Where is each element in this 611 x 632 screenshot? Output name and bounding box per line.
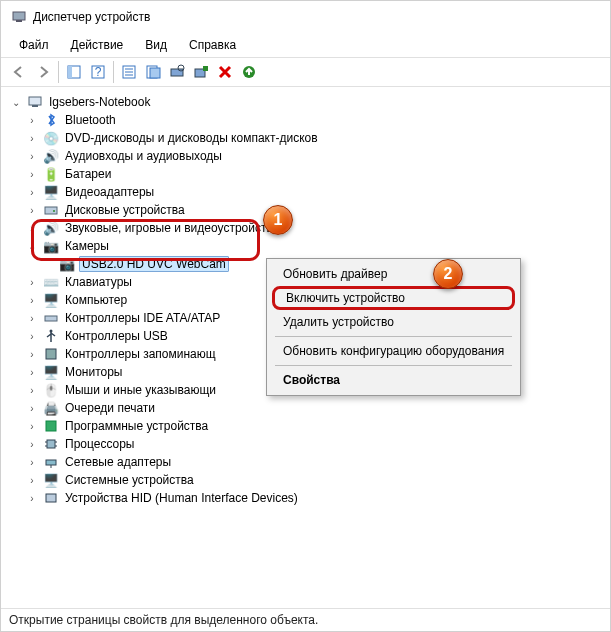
- expand-icon[interactable]: ›: [25, 439, 39, 450]
- forward-button[interactable]: [31, 60, 55, 84]
- context-separator: [275, 336, 512, 337]
- toolbar: ?: [1, 57, 610, 87]
- add-legacy-button[interactable]: [189, 60, 213, 84]
- menu-view[interactable]: Вид: [135, 35, 177, 55]
- svg-rect-19: [45, 207, 57, 214]
- svg-rect-32: [46, 494, 56, 502]
- svg-point-22: [50, 330, 53, 333]
- collapse-icon[interactable]: ⌄: [25, 241, 39, 252]
- expand-icon[interactable]: ›: [25, 205, 39, 216]
- expand-icon[interactable]: ›: [25, 187, 39, 198]
- device-manager-window: Диспетчер устройств Файл Действие Вид Сп…: [0, 0, 611, 632]
- svg-point-20: [53, 210, 55, 212]
- toolbar-separator: [58, 61, 59, 83]
- scan-hardware-button[interactable]: [165, 60, 189, 84]
- svg-rect-30: [46, 460, 56, 465]
- collapse-icon[interactable]: ⌄: [9, 97, 23, 108]
- expand-icon[interactable]: ›: [25, 223, 39, 234]
- tree-node-video[interactable]: ›🖥️Видеоадаптеры: [23, 183, 606, 201]
- back-button[interactable]: [7, 60, 31, 84]
- svg-rect-15: [203, 66, 208, 71]
- titlebar: Диспетчер устройств: [1, 1, 610, 33]
- expand-icon[interactable]: ›: [25, 493, 39, 504]
- window-title: Диспетчер устройств: [33, 10, 150, 24]
- computer-icon: [27, 94, 43, 110]
- options-button[interactable]: [141, 60, 165, 84]
- expand-icon[interactable]: ›: [25, 331, 39, 342]
- tree-node-sound[interactable]: ›🔊Звуковые, игровые и видеоустройства: [23, 219, 606, 237]
- keyboard-icon: ⌨️: [43, 274, 59, 290]
- svg-rect-21: [45, 316, 57, 321]
- expand-icon[interactable]: ›: [25, 403, 39, 414]
- expand-icon[interactable]: ›: [25, 367, 39, 378]
- battery-icon: 🔋: [43, 166, 59, 182]
- expand-icon[interactable]: ›: [25, 169, 39, 180]
- cpu-icon: [43, 436, 59, 452]
- menu-file[interactable]: Файл: [9, 35, 59, 55]
- context-update-driver[interactable]: Обновить драйвер: [269, 263, 518, 285]
- computer-node-icon: 🖥️: [43, 292, 59, 308]
- svg-rect-12: [171, 69, 183, 76]
- context-menu: Обновить драйвер Включить устройство Уда…: [266, 258, 521, 396]
- menu-action[interactable]: Действие: [61, 35, 134, 55]
- tree-node-bluetooth[interactable]: ›Bluetooth: [23, 111, 606, 129]
- bluetooth-icon: [43, 112, 59, 128]
- tree-node-batteries[interactable]: ›🔋Батареи: [23, 165, 606, 183]
- tree-node-network[interactable]: ›Сетевые адаптеры: [23, 453, 606, 471]
- device-tree[interactable]: ⌄ Igsebers-Notebook ›Bluetooth ›💿DVD-дис…: [1, 87, 610, 608]
- tree-node-hid[interactable]: ›Устройства HID (Human Interface Devices…: [23, 489, 606, 507]
- tree-node-cameras[interactable]: ⌄📷Камеры: [23, 237, 606, 255]
- expand-icon[interactable]: ›: [25, 133, 39, 144]
- expand-icon[interactable]: ›: [25, 457, 39, 468]
- show-console-tree-button[interactable]: [62, 60, 86, 84]
- tree-node-print[interactable]: ›🖨️Очереди печати: [23, 399, 606, 417]
- tree-node-cpu[interactable]: ›Процессоры: [23, 435, 606, 453]
- svg-rect-11: [150, 68, 160, 78]
- svg-rect-0: [13, 12, 25, 20]
- enable-device-button[interactable]: [237, 60, 261, 84]
- mouse-icon: 🖱️: [43, 382, 59, 398]
- camera-icon: 📷: [43, 238, 59, 254]
- expand-icon[interactable]: ›: [25, 313, 39, 324]
- app-icon: [11, 9, 27, 25]
- menu-help[interactable]: Справка: [179, 35, 246, 55]
- svg-rect-25: [47, 440, 55, 448]
- expand-icon[interactable]: ›: [25, 115, 39, 126]
- drive-icon: [43, 202, 59, 218]
- printer-icon: 🖨️: [43, 400, 59, 416]
- audio-icon: 🔊: [43, 148, 59, 164]
- tree-node-disk[interactable]: ›Дисковые устройства: [23, 201, 606, 219]
- expand-icon[interactable]: ›: [25, 475, 39, 486]
- expand-icon[interactable]: ›: [25, 151, 39, 162]
- menubar: Файл Действие Вид Справка: [1, 33, 610, 57]
- disc-icon: 💿: [43, 130, 59, 146]
- expand-icon[interactable]: ›: [25, 295, 39, 306]
- help-button[interactable]: ?: [86, 60, 110, 84]
- sound-icon: 🔊: [43, 220, 59, 236]
- tree-node-software[interactable]: ›Программные устройства: [23, 417, 606, 435]
- tree-node-audio[interactable]: ›🔊Аудиовходы и аудиовыходы: [23, 147, 606, 165]
- display-icon: 🖥️: [43, 184, 59, 200]
- status-text: Открытие страницы свойств для выделенног…: [9, 613, 318, 627]
- context-enable-device[interactable]: Включить устройство: [272, 286, 515, 310]
- context-scan-hardware[interactable]: Обновить конфигурацию оборудования: [269, 340, 518, 362]
- tree-node-dvd[interactable]: ›💿DVD-дисководы и дисководы компакт-диск…: [23, 129, 606, 147]
- expand-icon[interactable]: ›: [25, 385, 39, 396]
- context-separator: [275, 365, 512, 366]
- camera-device-icon: 📷: [59, 256, 75, 272]
- statusbar: Открытие страницы свойств для выделенног…: [1, 608, 610, 631]
- expand-icon[interactable]: ›: [25, 349, 39, 360]
- network-icon: [43, 454, 59, 470]
- tree-node-system[interactable]: ›🖥️Системные устройства: [23, 471, 606, 489]
- svg-text:?: ?: [95, 65, 102, 79]
- tree-root-label: Igsebers-Notebook: [47, 95, 152, 109]
- tree-root[interactable]: ⌄ Igsebers-Notebook: [7, 93, 606, 111]
- context-properties[interactable]: Свойства: [269, 369, 518, 391]
- uninstall-button[interactable]: [213, 60, 237, 84]
- properties-button[interactable]: [117, 60, 141, 84]
- context-delete-device[interactable]: Удалить устройство: [269, 311, 518, 333]
- expand-icon[interactable]: ›: [25, 277, 39, 288]
- expand-icon[interactable]: ›: [25, 421, 39, 432]
- svg-rect-3: [68, 66, 72, 78]
- storage-icon: [43, 346, 59, 362]
